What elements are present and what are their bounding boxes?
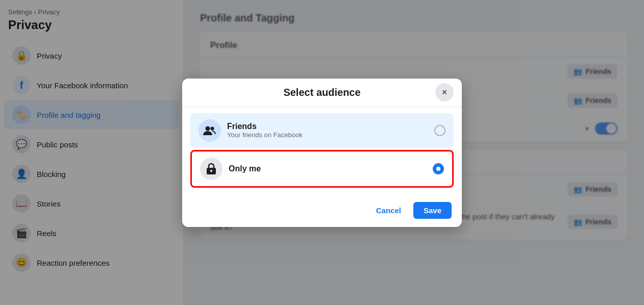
select-audience-modal: Select audience × Friends Your friends o… <box>182 79 462 227</box>
svg-point-1 <box>211 126 214 130</box>
friends-audience-icon <box>199 119 221 142</box>
modal-body: Friends Your friends on Facebook Only me <box>182 107 462 196</box>
friends-desc: Your friends on Facebook <box>227 131 428 139</box>
friends-name: Friends <box>227 122 428 131</box>
svg-point-3 <box>210 170 212 172</box>
svg-point-0 <box>206 126 210 131</box>
lock-audience-icon <box>200 158 222 180</box>
modal-footer: Cancel Save <box>182 196 462 227</box>
save-button[interactable]: Save <box>413 202 452 219</box>
modal-overlay: Select audience × Friends Your friends o… <box>0 0 644 305</box>
modal-close-button[interactable]: × <box>435 83 454 101</box>
onlyme-name: Only me <box>229 164 427 173</box>
audience-option-onlyme[interactable]: Only me <box>190 150 454 188</box>
friends-radio[interactable] <box>434 125 445 136</box>
audience-option-friends[interactable]: Friends Your friends on Facebook <box>190 113 454 148</box>
modal-title: Select audience <box>283 87 360 98</box>
friends-info: Friends Your friends on Facebook <box>227 122 428 139</box>
cancel-button[interactable]: Cancel <box>368 202 409 219</box>
onlyme-radio[interactable] <box>433 163 444 174</box>
onlyme-info: Only me <box>229 164 427 173</box>
modal-header: Select audience × <box>182 79 462 107</box>
